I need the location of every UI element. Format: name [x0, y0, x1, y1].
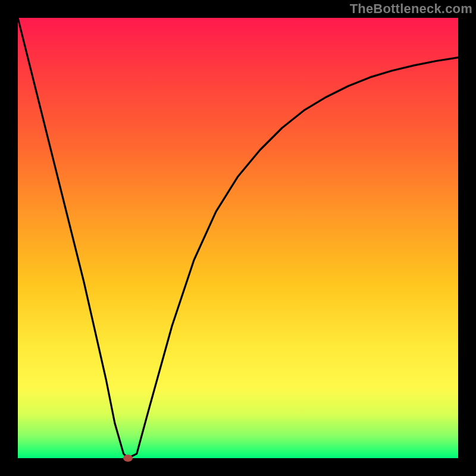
bottleneck-curve	[18, 18, 458, 458]
chart-frame: TheBottleneck.com	[0, 0, 476, 476]
watermark-text: TheBottleneck.com	[350, 1, 472, 17]
optimal-point-marker	[123, 455, 133, 462]
